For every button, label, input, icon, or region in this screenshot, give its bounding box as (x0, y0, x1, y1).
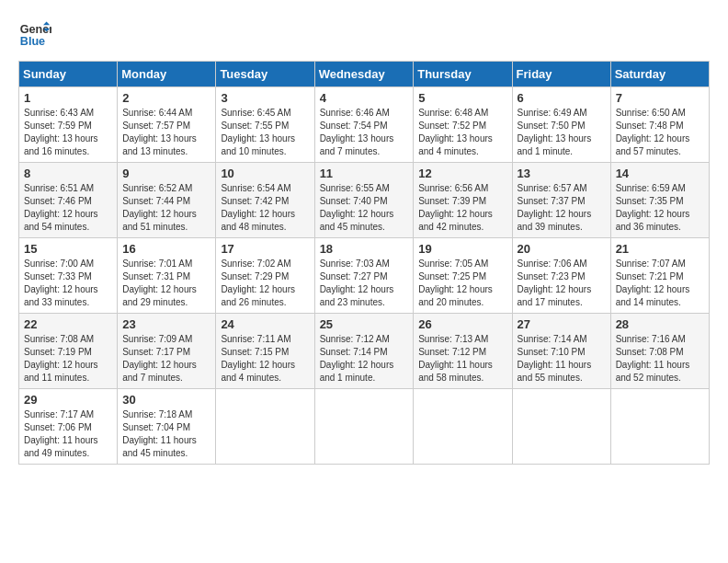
day-number: 1 (24, 91, 112, 105)
cell-info: Sunrise: 7:01 AM Sunset: 7:31 PM Dayligh… (122, 258, 210, 309)
calendar-cell: 22Sunrise: 7:08 AM Sunset: 7:19 PM Dayli… (19, 314, 118, 389)
calendar-cell: 13Sunrise: 6:57 AM Sunset: 7:37 PM Dayli… (512, 163, 610, 238)
cell-info: Sunrise: 7:06 AM Sunset: 7:23 PM Dayligh… (518, 258, 606, 309)
calendar-cell: 17Sunrise: 7:02 AM Sunset: 7:29 PM Dayli… (216, 238, 314, 314)
calendar-cell: 30Sunrise: 7:18 AM Sunset: 7:04 PM Dayli… (118, 389, 216, 465)
day-number: 28 (616, 317, 704, 331)
cell-info: Sunrise: 7:08 AM Sunset: 7:19 PM Dayligh… (24, 333, 112, 385)
day-number: 11 (320, 167, 409, 180)
day-number: 24 (221, 317, 309, 331)
calendar-cell: 9Sunrise: 6:52 AM Sunset: 7:44 PM Daylig… (118, 163, 216, 238)
cell-info: Sunrise: 7:13 AM Sunset: 7:12 PM Dayligh… (418, 333, 506, 385)
cell-info: Sunrise: 6:43 AM Sunset: 7:59 PM Dayligh… (24, 107, 112, 158)
cell-info: Sunrise: 6:45 AM Sunset: 7:55 PM Dayligh… (221, 107, 309, 158)
calendar-cell: 20Sunrise: 7:06 AM Sunset: 7:23 PM Dayli… (512, 238, 610, 314)
calendar-cell: 19Sunrise: 7:05 AM Sunset: 7:25 PM Dayli… (414, 238, 512, 314)
day-number: 30 (122, 393, 210, 407)
weekday-header-monday: Monday (118, 62, 216, 87)
day-number: 15 (24, 242, 112, 256)
calendar-cell: 6Sunrise: 6:49 AM Sunset: 7:50 PM Daylig… (512, 87, 610, 163)
cell-info: Sunrise: 6:57 AM Sunset: 7:37 PM Dayligh… (518, 182, 606, 234)
day-number: 27 (518, 317, 606, 331)
day-number: 3 (221, 91, 309, 105)
calendar-cell: 23Sunrise: 7:09 AM Sunset: 7:17 PM Dayli… (118, 314, 216, 389)
weekday-header-tuesday: Tuesday (216, 62, 314, 87)
cell-info: Sunrise: 7:03 AM Sunset: 7:27 PM Dayligh… (320, 258, 409, 309)
cell-info: Sunrise: 6:49 AM Sunset: 7:50 PM Dayligh… (518, 107, 606, 158)
calendar-cell: 24Sunrise: 7:11 AM Sunset: 7:15 PM Dayli… (216, 314, 314, 389)
calendar-cell: 27Sunrise: 7:14 AM Sunset: 7:10 PM Dayli… (512, 314, 610, 389)
calendar-cell (314, 389, 414, 465)
cell-info: Sunrise: 7:14 AM Sunset: 7:10 PM Dayligh… (518, 333, 606, 385)
calendar-cell: 26Sunrise: 7:13 AM Sunset: 7:12 PM Dayli… (414, 314, 512, 389)
day-number: 9 (122, 167, 210, 180)
day-number: 26 (418, 317, 506, 331)
day-number: 22 (24, 317, 112, 331)
calendar-cell: 21Sunrise: 7:07 AM Sunset: 7:21 PM Dayli… (610, 238, 709, 314)
day-number: 17 (221, 242, 309, 256)
cell-info: Sunrise: 6:54 AM Sunset: 7:42 PM Dayligh… (221, 182, 309, 234)
cell-info: Sunrise: 7:02 AM Sunset: 7:29 PM Dayligh… (221, 258, 309, 309)
cell-info: Sunrise: 6:48 AM Sunset: 7:52 PM Dayligh… (418, 107, 506, 158)
cell-info: Sunrise: 7:18 AM Sunset: 7:04 PM Dayligh… (122, 408, 210, 460)
calendar-header-row: SundayMondayTuesdayWednesdayThursdayFrid… (19, 62, 710, 87)
header: General Blue (18, 18, 710, 52)
calendar-week-row: 8Sunrise: 6:51 AM Sunset: 7:46 PM Daylig… (19, 163, 710, 238)
calendar-cell: 12Sunrise: 6:56 AM Sunset: 7:39 PM Dayli… (414, 163, 512, 238)
day-number: 13 (518, 167, 606, 180)
day-number: 18 (320, 242, 409, 256)
calendar-cell (414, 389, 512, 465)
day-number: 20 (518, 242, 606, 256)
day-number: 5 (418, 91, 506, 105)
calendar-cell: 2Sunrise: 6:44 AM Sunset: 7:57 PM Daylig… (118, 87, 216, 163)
weekday-header-friday: Friday (512, 62, 610, 87)
cell-info: Sunrise: 7:12 AM Sunset: 7:14 PM Dayligh… (320, 333, 409, 385)
day-number: 29 (24, 393, 112, 407)
calendar-cell (216, 389, 314, 465)
cell-info: Sunrise: 6:59 AM Sunset: 7:35 PM Dayligh… (616, 182, 704, 234)
cell-info: Sunrise: 7:11 AM Sunset: 7:15 PM Dayligh… (221, 333, 309, 385)
day-number: 16 (122, 242, 210, 256)
day-number: 19 (418, 242, 506, 256)
day-number: 6 (518, 91, 606, 105)
calendar-week-row: 1Sunrise: 6:43 AM Sunset: 7:59 PM Daylig… (19, 87, 710, 163)
weekday-header-saturday: Saturday (610, 62, 709, 87)
day-number: 21 (616, 242, 704, 256)
calendar-cell: 10Sunrise: 6:54 AM Sunset: 7:42 PM Dayli… (216, 163, 314, 238)
day-number: 14 (616, 167, 704, 180)
day-number: 2 (122, 91, 210, 105)
cell-info: Sunrise: 7:00 AM Sunset: 7:33 PM Dayligh… (24, 258, 112, 309)
calendar-cell: 1Sunrise: 6:43 AM Sunset: 7:59 PM Daylig… (19, 87, 118, 163)
cell-info: Sunrise: 6:55 AM Sunset: 7:40 PM Dayligh… (320, 182, 409, 234)
calendar-cell: 8Sunrise: 6:51 AM Sunset: 7:46 PM Daylig… (19, 163, 118, 238)
calendar-cell: 5Sunrise: 6:48 AM Sunset: 7:52 PM Daylig… (414, 87, 512, 163)
day-number: 12 (418, 167, 506, 180)
calendar-cell: 14Sunrise: 6:59 AM Sunset: 7:35 PM Dayli… (610, 163, 709, 238)
logo: General Blue (18, 18, 51, 52)
calendar-cell: 28Sunrise: 7:16 AM Sunset: 7:08 PM Dayli… (610, 314, 709, 389)
cell-info: Sunrise: 6:50 AM Sunset: 7:48 PM Dayligh… (616, 107, 704, 158)
weekday-header-thursday: Thursday (414, 62, 512, 87)
calendar-table: SundayMondayTuesdayWednesdayThursdayFrid… (18, 61, 710, 465)
cell-info: Sunrise: 6:51 AM Sunset: 7:46 PM Dayligh… (24, 182, 112, 234)
day-number: 23 (122, 317, 210, 331)
calendar-cell: 18Sunrise: 7:03 AM Sunset: 7:27 PM Dayli… (314, 238, 414, 314)
day-number: 25 (320, 317, 409, 331)
weekday-header-wednesday: Wednesday (314, 62, 414, 87)
cell-info: Sunrise: 7:09 AM Sunset: 7:17 PM Dayligh… (122, 333, 210, 385)
cell-info: Sunrise: 7:16 AM Sunset: 7:08 PM Dayligh… (616, 333, 704, 385)
calendar-cell: 7Sunrise: 6:50 AM Sunset: 7:48 PM Daylig… (610, 87, 709, 163)
calendar-cell: 4Sunrise: 6:46 AM Sunset: 7:54 PM Daylig… (314, 87, 414, 163)
cell-info: Sunrise: 6:46 AM Sunset: 7:54 PM Dayligh… (320, 107, 409, 158)
calendar-cell: 16Sunrise: 7:01 AM Sunset: 7:31 PM Dayli… (118, 238, 216, 314)
weekday-header-sunday: Sunday (19, 62, 118, 87)
cell-info: Sunrise: 6:56 AM Sunset: 7:39 PM Dayligh… (418, 182, 506, 234)
calendar-cell (610, 389, 709, 465)
svg-text:Blue: Blue (20, 35, 45, 48)
calendar-cell (512, 389, 610, 465)
cell-info: Sunrise: 7:05 AM Sunset: 7:25 PM Dayligh… (418, 258, 506, 309)
cell-info: Sunrise: 7:07 AM Sunset: 7:21 PM Dayligh… (616, 258, 704, 309)
calendar-week-row: 15Sunrise: 7:00 AM Sunset: 7:33 PM Dayli… (19, 238, 710, 314)
calendar-week-row: 29Sunrise: 7:17 AM Sunset: 7:06 PM Dayli… (19, 389, 710, 465)
day-number: 4 (320, 91, 409, 105)
